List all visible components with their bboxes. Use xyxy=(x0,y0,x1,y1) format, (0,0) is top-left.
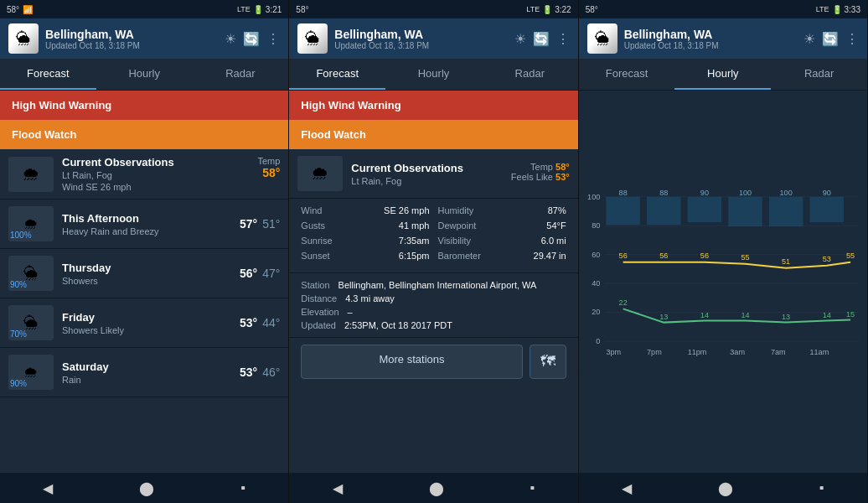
forecast-row-2: 🌦 70% Friday Showers Likely 53° 44° xyxy=(0,298,288,348)
obs-row-1: 🌧 Current Observations Lt Rain, Fog Wind… xyxy=(0,149,288,200)
detail-row-3: Sunset 6:15pm Barometer 29.47 in xyxy=(301,251,566,261)
tab-forecast-2[interactable]: Forecast xyxy=(289,59,385,90)
status-temp-1: 58° xyxy=(7,5,19,14)
refresh-icon-2[interactable]: 🔄 xyxy=(533,31,550,47)
precip-0: 100% xyxy=(10,231,32,240)
sun-icon[interactable]: ☀ xyxy=(225,31,236,47)
svg-text:11pm: 11pm xyxy=(687,348,706,356)
app-header-1: 🌦 Bellingham, WA Updated Oct 18, 3:18 PM… xyxy=(0,18,288,59)
svg-text:11am: 11am xyxy=(809,348,829,356)
precip-1: 90% xyxy=(10,280,27,289)
more-stations-btn[interactable]: More stations xyxy=(301,345,522,379)
tab-hourly-3[interactable]: Hourly xyxy=(674,59,771,90)
tab-radar-2[interactable]: Radar xyxy=(482,59,578,90)
tab-radar-1[interactable]: Radar xyxy=(193,59,289,90)
nav-bar-2: ◀ ⬤ ▪ xyxy=(289,473,577,503)
temps-1: 56° 47° xyxy=(240,267,280,280)
recent-btn-3[interactable]: ▪ xyxy=(819,480,824,495)
lte-icon-2: LTE xyxy=(526,5,540,13)
svg-text:15: 15 xyxy=(846,310,855,319)
lte-icon-3: LTE xyxy=(816,5,829,13)
battery-icon-3: 🔋 xyxy=(832,5,842,14)
alert-flood-2[interactable]: Flood Watch xyxy=(289,120,577,149)
svg-rect-17 xyxy=(769,197,803,226)
forecast-thumb-0: 🌧 100% xyxy=(8,206,54,241)
back-btn-1[interactable]: ◀ xyxy=(43,480,53,496)
recent-btn-1[interactable]: ▪ xyxy=(240,480,245,495)
forecast-info-1: Thursday Showers xyxy=(54,262,240,286)
obs-title-1: Current Observations xyxy=(62,156,174,169)
obs-title-2: Current Observations xyxy=(351,162,463,174)
tab-forecast-3[interactable]: Forecast xyxy=(579,59,675,90)
temps-2: 53° 44° xyxy=(240,316,280,329)
day-name-2: Friday xyxy=(62,311,240,324)
svg-rect-18 xyxy=(809,197,844,222)
forecast-info-2: Friday Showers Likely xyxy=(54,311,240,335)
status-left-2: 58° xyxy=(296,5,308,14)
baro-label: Barometer xyxy=(438,251,481,261)
app-icon-3: 🌦 xyxy=(587,23,617,54)
svg-text:100: 100 xyxy=(779,189,792,197)
lte-icon: LTE xyxy=(237,5,251,13)
back-btn-2[interactable]: ◀ xyxy=(333,480,343,496)
tab-radar-3[interactable]: Radar xyxy=(771,59,867,90)
detail-row-2: Sunrise 7:35am Visibility 6.0 mi xyxy=(301,236,566,246)
station-label: Station xyxy=(301,280,329,290)
svg-text:53: 53 xyxy=(822,255,830,263)
svg-text:7pm: 7pm xyxy=(647,348,662,356)
detail-col-0a: Wind SE 26 mph xyxy=(301,205,429,215)
detail-col-2a: Sunrise 7:35am xyxy=(301,236,429,246)
alert-wind-2[interactable]: High Wind Warning xyxy=(289,91,577,120)
home-btn-2[interactable]: ⬤ xyxy=(429,480,444,496)
alert-flood-1[interactable]: Flood Watch xyxy=(0,120,288,149)
temp-lo-1: 47° xyxy=(262,267,280,280)
svg-text:3pm: 3pm xyxy=(606,348,621,356)
sun-icon-2[interactable]: ☀ xyxy=(514,31,526,47)
panel-forecast: 58° 📶 LTE 🔋 3:21 🌦 Bellingham, WA Update… xyxy=(0,0,289,503)
sunset-label: Sunset xyxy=(301,251,329,261)
forecast-thumb-2: 🌦 70% xyxy=(8,305,54,340)
svg-text:56: 56 xyxy=(700,252,708,260)
status-bar-2: 58° LTE 🔋 3:22 xyxy=(289,0,577,18)
upd-label: Updated xyxy=(301,320,336,330)
detail-col-1a: Gusts 41 mph xyxy=(301,220,429,231)
svg-text:56: 56 xyxy=(659,252,668,260)
svg-text:55: 55 xyxy=(846,252,855,260)
header-text-2: Bellingham, WA Updated Oct 18, 3:18 PM xyxy=(334,28,507,50)
home-btn-1[interactable]: ⬤ xyxy=(139,480,154,496)
home-btn-3[interactable]: ⬤ xyxy=(718,480,733,496)
tab-bar-2: Forecast Hourly Radar xyxy=(289,59,577,91)
refresh-icon-3[interactable]: 🔄 xyxy=(822,31,839,47)
forecast-row-3: 🌧 90% Saturday Rain 53° 46° xyxy=(0,348,288,397)
city-name-2: Bellingham, WA xyxy=(334,28,507,41)
app-header-3: 🌦 Bellingham, WA Updated Oct 18, 3:18 PM… xyxy=(579,18,867,59)
day-name-3: Saturday xyxy=(62,360,240,373)
sun-icon-3[interactable]: ☀ xyxy=(803,31,815,47)
tab-hourly-2[interactable]: Hourly xyxy=(385,59,482,90)
tab-forecast-1[interactable]: Forecast xyxy=(0,59,96,90)
tab-hourly-1[interactable]: Hourly xyxy=(96,59,193,90)
refresh-icon[interactable]: 🔄 xyxy=(243,31,260,47)
detail-row-1: Gusts 41 mph Dewpoint 54°F xyxy=(301,220,566,231)
header-actions-3: ☀ 🔄 ⋮ xyxy=(803,31,859,47)
map-btn[interactable]: 🗺 xyxy=(530,345,566,379)
tab-bar-3: Forecast Hourly Radar xyxy=(579,59,867,91)
day-name-0: This Afternoon xyxy=(62,212,240,225)
more-stations-row: More stations 🗺 xyxy=(289,337,577,386)
svg-text:100: 100 xyxy=(587,193,600,201)
app-icon-1: 🌦 xyxy=(8,23,39,54)
dew-value: 54°F xyxy=(546,220,566,231)
back-btn-3[interactable]: ◀ xyxy=(622,480,632,496)
recent-btn-2[interactable]: ▪ xyxy=(530,480,535,495)
more-icon[interactable]: ⋮ xyxy=(266,31,280,47)
more-icon-3[interactable]: ⋮ xyxy=(845,31,859,47)
elev-label: Elevation xyxy=(301,307,338,317)
updated-2: Updated Oct 18, 3:18 PM xyxy=(334,41,507,50)
svg-rect-16 xyxy=(728,197,762,226)
svg-text:14: 14 xyxy=(822,311,830,319)
svg-text:13: 13 xyxy=(659,313,668,321)
detail-grid: Wind SE 26 mph Humidity 87% Gusts 41 mph… xyxy=(289,199,577,272)
svg-text:90: 90 xyxy=(700,189,708,197)
alert-wind-1[interactable]: High Wind Warning xyxy=(0,91,288,120)
more-icon-2[interactable]: ⋮ xyxy=(556,31,570,47)
